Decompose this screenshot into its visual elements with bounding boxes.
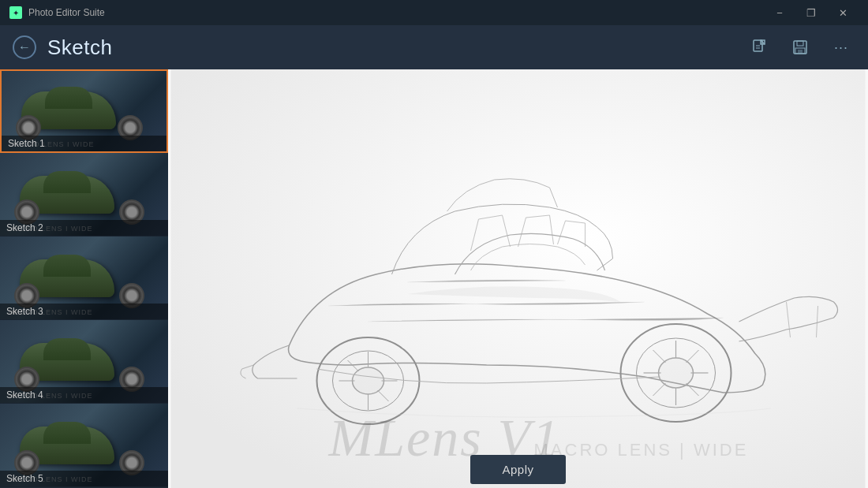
thumb-car-cockpit — [43, 171, 91, 193]
new-file-icon — [750, 39, 768, 56]
thumb-car-cockpit — [43, 338, 91, 360]
svg-point-23 — [659, 358, 694, 388]
app-icon: ✦ — [9, 6, 22, 19]
thumb-label: Sketch 3 — [0, 304, 168, 319]
apply-button[interactable]: Apply — [470, 455, 565, 484]
back-button[interactable]: ← — [13, 35, 36, 59]
thumb-label: Sketch 4 — [0, 387, 168, 403]
header: ← Sketch ··· — [0, 25, 868, 69]
title-bar-left: ✦ Photo Editor Suite — [9, 6, 105, 19]
thumbnail-item-1[interactable]: MACRO LENS I WIDE Sketch 1 — [0, 69, 168, 153]
minimize-button[interactable]: − — [764, 0, 795, 25]
thumbnail-item-4[interactable]: MACRO LENS I WIDE Sketch 4 — [0, 320, 168, 404]
preview-area: MLens V1 MACRO LENS | WIDE — [168, 69, 868, 488]
close-button[interactable]: ✕ — [827, 0, 859, 25]
thumbnail-item-5[interactable]: MACRO LENS I WIDE Sketch 5 — [0, 404, 168, 487]
app-title: Photo Editor Suite — [28, 7, 105, 18]
save-icon — [791, 39, 809, 56]
header-right: ··· — [745, 33, 855, 61]
window-controls: − ❐ ✕ — [764, 0, 859, 25]
thumbnail-item-2[interactable]: MACRO LENS I WIDE Sketch 2 — [0, 153, 168, 237]
restore-button[interactable]: ❐ — [795, 0, 827, 25]
thumb-label: Sketch 5 — [0, 471, 168, 486]
thumb-car-cockpit — [45, 87, 92, 109]
svg-point-14 — [353, 367, 384, 394]
page-title: Sketch — [47, 35, 113, 60]
thumb-car-cockpit — [43, 422, 91, 444]
apply-bar: Apply — [168, 450, 868, 488]
more-icon: ··· — [834, 39, 848, 56]
save-button[interactable] — [786, 33, 814, 61]
more-button[interactable]: ··· — [827, 33, 855, 61]
sketch-canvas: MLens V1 MACRO LENS | WIDE — [168, 69, 868, 488]
sketch-preview: MLens V1 MACRO LENS | WIDE — [168, 69, 868, 488]
svg-rect-5 — [797, 41, 803, 46]
main-content: MACRO LENS I WIDE Sketch 1 MACRO LENS I … — [0, 69, 868, 488]
back-icon: ← — [18, 40, 31, 54]
thumb-car-cockpit — [43, 255, 91, 277]
title-bar: ✦ Photo Editor Suite − ❐ ✕ — [0, 0, 868, 25]
thumb-label: Sketch 2 — [0, 220, 168, 236]
new-file-button[interactable] — [745, 33, 773, 61]
thumbnail-list[interactable]: MACRO LENS I WIDE Sketch 1 MACRO LENS I … — [0, 69, 168, 488]
thumb-label: Sketch 1 — [2, 136, 166, 151]
thumbnail-item-3[interactable]: MACRO LENS I WIDE Sketch 3 — [0, 237, 168, 320]
header-left: ← Sketch — [13, 35, 113, 60]
svg-rect-7 — [798, 50, 803, 53]
